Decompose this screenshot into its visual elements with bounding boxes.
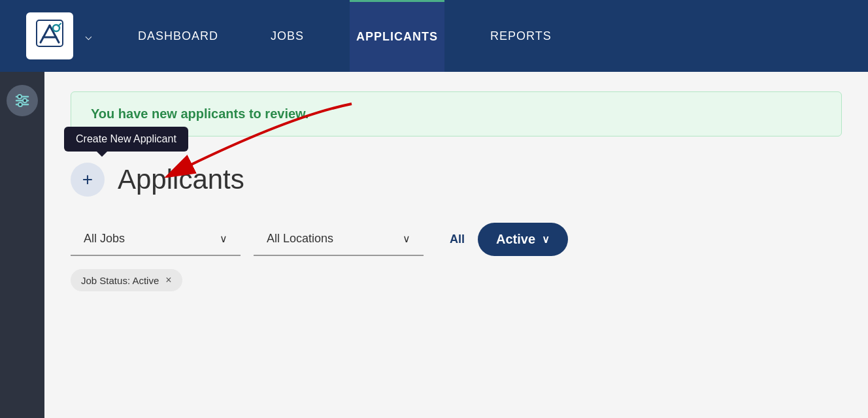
active-filter-label: Active	[496, 232, 535, 247]
notification-text: You have new applicants to review.	[91, 106, 309, 121]
jobs-filter[interactable]: All Jobs ∨	[71, 223, 241, 256]
job-status-tag-container: Job Status: Active ×	[71, 269, 842, 291]
filters-row: All Jobs ∨ All Locations ∨ All Active ∨	[71, 223, 842, 256]
nav-item-reports[interactable]: REPORTS	[484, 0, 558, 72]
main-content: You have new applicants to review. Creat…	[44, 72, 868, 418]
main-layout: You have new applicants to review. Creat…	[0, 72, 868, 418]
all-filter-link[interactable]: All	[450, 233, 465, 246]
locations-filter-chevron: ∨	[403, 233, 410, 245]
job-status-tag: Job Status: Active ×	[71, 269, 182, 291]
jobs-filter-label: All Jobs	[84, 232, 125, 246]
filter-toggle-button[interactable]	[7, 85, 38, 116]
locations-filter-label: All Locations	[267, 232, 333, 246]
active-filter-button[interactable]: Active ∨	[478, 223, 568, 256]
page-title: Applicants	[118, 164, 244, 195]
jobs-filter-chevron: ∨	[220, 233, 227, 245]
nav-items: DASHBOARD JOBS APPLICANTS REPORTS	[131, 0, 842, 72]
plus-icon: +	[82, 169, 93, 190]
page-header: Create New Applicant + Applicants	[71, 163, 842, 197]
nav-item-dashboard[interactable]: DASHBOARD	[131, 0, 225, 72]
svg-point-10	[23, 99, 27, 103]
locations-filter[interactable]: All Locations ∨	[254, 223, 424, 256]
job-status-tag-label: Job Status: Active	[81, 275, 159, 286]
add-button-container: Create New Applicant +	[71, 163, 105, 197]
top-nav: ⌵ DASHBOARD JOBS APPLICANTS REPORTS	[0, 0, 868, 72]
nav-item-jobs[interactable]: JOBS	[264, 0, 310, 72]
create-new-applicant-tooltip: Create New Applicant	[64, 127, 188, 152]
job-status-tag-close[interactable]: ×	[165, 274, 171, 286]
create-applicant-button[interactable]: +	[71, 163, 105, 197]
svg-point-11	[18, 103, 22, 106]
logo[interactable]	[26, 12, 73, 59]
logo-dropdown-chevron[interactable]: ⌵	[85, 29, 92, 43]
svg-point-9	[18, 95, 22, 99]
logo-icon	[35, 19, 64, 53]
nav-item-applicants[interactable]: APPLICANTS	[350, 0, 444, 72]
sidebar	[0, 72, 44, 418]
active-filter-chevron: ∨	[542, 233, 550, 246]
